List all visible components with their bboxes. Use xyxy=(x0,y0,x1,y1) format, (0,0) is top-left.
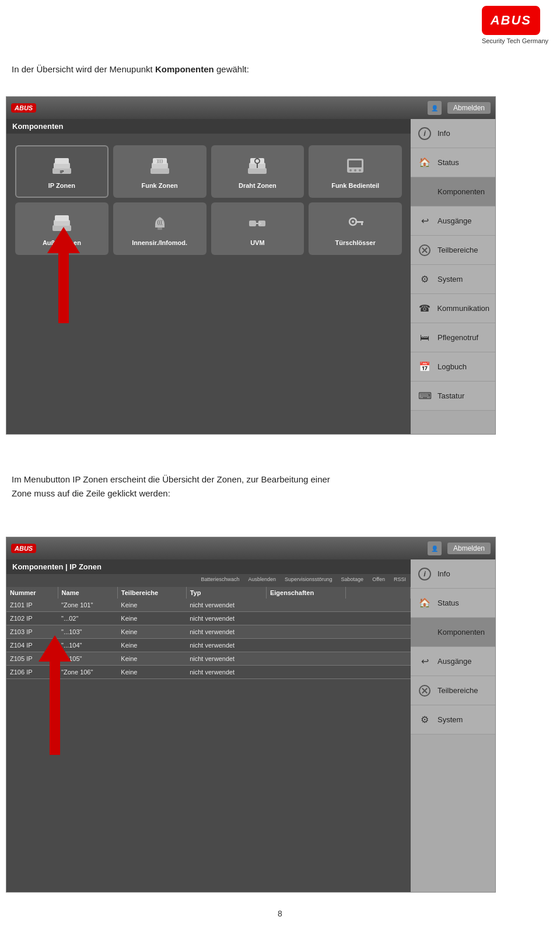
cell-flag1 xyxy=(345,599,356,612)
sidebar-item-komponenten-2[interactable]: Komponenten xyxy=(411,618,495,647)
col-ausblenden: Ausblenden xyxy=(248,576,276,582)
draht-zonen-icon xyxy=(247,158,268,179)
x-circle-icon-2 xyxy=(416,683,433,699)
cell-flag1 xyxy=(345,639,356,652)
sidebar-item-pflegenotruf-1[interactable]: 🛏 Pflegenotruf xyxy=(411,323,495,352)
comp-btn-innensir[interactable]: ((( Innensir./Infomod. xyxy=(113,202,206,255)
sidebar-1: i Info 🏠 Status Komponenten ↩ Ausgänge T… xyxy=(411,119,495,434)
ip-zonen-icon: IP xyxy=(51,158,72,179)
bed-icon-1: 🛏 xyxy=(416,330,433,346)
abmelden-button-1[interactable]: Abmelden xyxy=(447,102,491,114)
sidebar-item-info-2[interactable]: i Info xyxy=(411,559,495,589)
info-icon-2: i xyxy=(416,566,433,582)
sidebar-item-komponenten-1[interactable]: Komponenten xyxy=(411,177,495,207)
cell-flag4 xyxy=(378,612,389,625)
svg-rect-27 xyxy=(355,221,363,223)
abmelden-button-2[interactable]: Abmelden xyxy=(447,543,491,554)
cell-eigenschaften xyxy=(266,639,345,652)
table-row[interactable]: Z102 IP "...02" Keine nicht verwendet xyxy=(6,612,411,625)
sidebar-label-status-2: Status xyxy=(438,599,459,607)
gear-icon-2: ⚙ xyxy=(416,712,433,728)
comp-label-ip-zonen: IP Zonen xyxy=(48,182,75,189)
logo-subtitle: Security Tech Germany xyxy=(482,37,548,44)
svg-rect-14 xyxy=(349,160,362,167)
col-batterieschwach: Batterieschwach xyxy=(201,576,239,582)
comp-btn-uvm[interactable]: UVM xyxy=(211,202,304,255)
comp-btn-funk-bedienteil[interactable]: Funk Bedienteil xyxy=(309,145,402,198)
uvm-icon xyxy=(247,215,268,236)
innensir-icon: ((( xyxy=(149,215,170,236)
sidebar-item-status-1[interactable]: 🏠 Status xyxy=(411,148,495,177)
th-teilbereiche: Teilbereiche xyxy=(117,587,186,599)
svg-point-26 xyxy=(352,221,354,223)
cell-flag6 xyxy=(400,625,411,639)
comp-btn-funk-zonen[interactable]: )))) Funk Zonen xyxy=(113,145,206,198)
abus-logo-ui-1: ABUS xyxy=(11,103,36,113)
comp-btn-turschlosser[interactable]: Türschlösser xyxy=(309,202,402,255)
sidebar-item-ausgange-2[interactable]: ↩ Ausgänge xyxy=(411,647,495,676)
keyboard-icon-1: ⌨ xyxy=(416,388,433,404)
sidebar-item-teilbereiche-1[interactable]: Teilbereiche xyxy=(411,236,495,265)
cell-typ: nicht verwendet xyxy=(186,625,266,639)
sidebar-label-komponenten-1: Komponenten xyxy=(438,187,485,196)
col-offen: Offen xyxy=(372,576,385,582)
home-icon-1: 🏠 xyxy=(416,155,433,171)
ui-main-1: Komponenten IP IP Zonen xyxy=(6,119,411,434)
cell-flag3 xyxy=(367,625,378,639)
sidebar-item-teilbereiche-2[interactable]: Teilbereiche xyxy=(411,676,495,705)
cell-flag5 xyxy=(388,612,400,625)
sidebar-label-teilbereiche-1: Teilbereiche xyxy=(438,246,478,254)
cell-typ: nicht verwendet xyxy=(186,612,266,625)
cell-teilbereiche: Keine xyxy=(117,612,186,625)
svg-rect-24 xyxy=(258,221,265,226)
sidebar-label-ausgange-2: Ausgänge xyxy=(438,657,472,666)
cell-flag4 xyxy=(378,599,389,612)
svg-text:IP: IP xyxy=(60,170,64,174)
col-header-icons: Batterieschwach Ausblenden Supervisionss… xyxy=(201,576,406,585)
sidebar-label-system-1: System xyxy=(438,275,463,284)
cell-eigenschaften xyxy=(266,612,345,625)
svg-rect-23 xyxy=(249,221,256,226)
sidebar-item-status-2[interactable]: 🏠 Status xyxy=(411,589,495,618)
sidebar-item-tastatur-1[interactable]: ⌨ Tastatur xyxy=(411,382,495,411)
th-flags xyxy=(345,587,410,599)
funk-zonen-icon: )))) xyxy=(149,158,170,179)
cell-flag3 xyxy=(367,639,378,652)
svg-point-17 xyxy=(359,169,361,172)
cell-flag6 xyxy=(400,599,411,612)
description-text: Im Menubutton IP Zonen erscheint die Übe… xyxy=(12,473,330,501)
sidebar-item-ausgange-1[interactable]: ↩ Ausgänge xyxy=(411,207,495,236)
table-row[interactable]: Z101 IP "Zone 101" Keine nicht verwendet xyxy=(6,599,411,612)
th-eigenschaften: Eigenschaften xyxy=(266,587,345,599)
sidebar-label-system-2: System xyxy=(438,715,463,724)
col-rssi: RSSI xyxy=(394,576,406,582)
cell-teilbereiche: Keine xyxy=(117,666,186,679)
comp-btn-ip-zonen[interactable]: IP IP Zonen xyxy=(15,145,108,198)
cell-flag1 xyxy=(345,652,356,666)
sidebar-label-kommunikation-1: Kommunikation xyxy=(437,304,489,313)
sidebar-item-logbuch-1[interactable]: 📅 Logbuch xyxy=(411,352,495,382)
svg-rect-4 xyxy=(150,168,169,174)
comp-label-funk-bedienteil: Funk Bedienteil xyxy=(331,182,379,189)
sidebar-item-kommunikation-1[interactable]: ☎ Kommunikation xyxy=(411,294,495,323)
cell-typ: nicht verwendet xyxy=(186,666,266,679)
cell-name: "Zone 101" xyxy=(58,599,117,612)
logo-text: ABUS xyxy=(491,13,531,28)
sidebar-item-system-2[interactable]: ⚙ System xyxy=(411,705,495,734)
ui-header-2: ABUS 👤 Abmelden xyxy=(6,537,495,559)
sidebar-label-komponenten-2: Komponenten xyxy=(438,628,485,636)
calendar-icon-1: 📅 xyxy=(416,359,433,375)
comp-label-funk-zonen: Funk Zonen xyxy=(141,182,177,189)
sidebar-item-system-1[interactable]: ⚙ System xyxy=(411,265,495,294)
cell-flag3 xyxy=(367,652,378,666)
gear-icon-1: ⚙ xyxy=(416,271,433,288)
th-typ: Typ xyxy=(186,587,266,599)
sidebar-item-info-1[interactable]: i Info xyxy=(411,119,495,148)
comp-btn-draht-zonen[interactable]: Draht Zonen xyxy=(211,145,304,198)
abus-logo: ABUS xyxy=(482,6,540,35)
ui-main-2: Komponenten | IP Zonen Batterieschwach A… xyxy=(6,559,411,892)
svg-rect-28 xyxy=(361,223,363,225)
header-right-1: 👤 Abmelden xyxy=(428,101,491,115)
cell-flag1 xyxy=(345,612,356,625)
red-arrow-1 xyxy=(47,227,80,323)
